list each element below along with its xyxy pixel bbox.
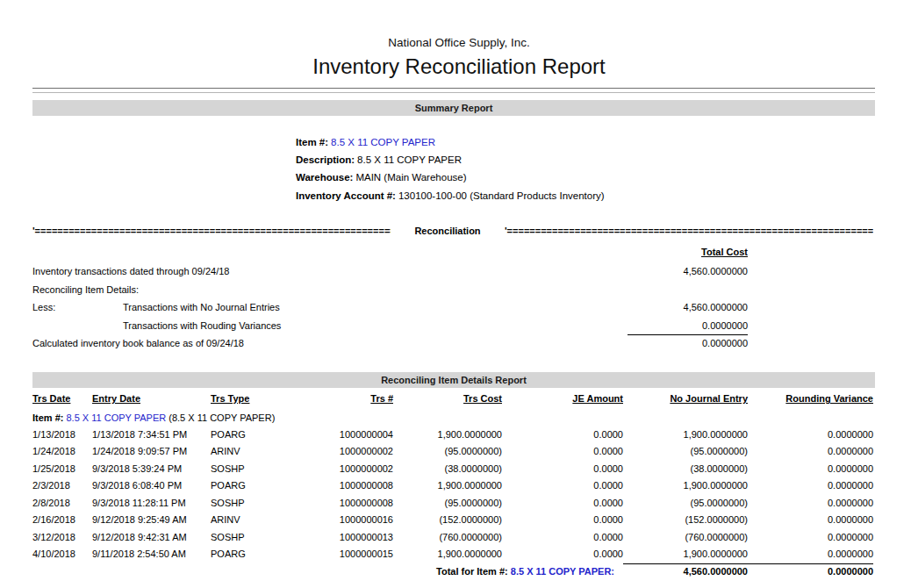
total-item-link[interactable]: 8.5 X 11 COPY PAPER:: [511, 566, 614, 577]
table-cell: POARG: [211, 480, 290, 491]
table-cell: 0.0000: [502, 446, 623, 457]
table-cell: 9/12/2018 9:42:31 AM: [92, 532, 211, 543]
table-cell: 1/13/2018: [32, 429, 92, 441]
row-value: 4,560.0000000: [684, 301, 748, 313]
table-cell: 9/3/2018 5:39:24 PM: [92, 463, 211, 475]
table-cell: 0.0000000: [748, 549, 873, 560]
table-cell: 1,900.0000000: [393, 549, 502, 560]
table-cell: 1,900.0000000: [393, 429, 502, 441]
table-cell: SOSHP: [211, 532, 290, 543]
table-cell: (38.0000000): [393, 463, 502, 475]
table-cell: 0.0000000: [748, 463, 873, 475]
summary-report-bar: Summary Report: [32, 100, 875, 116]
table-cell: 4/10/2018: [32, 549, 92, 560]
table-cell: 0.0000000: [748, 446, 873, 457]
divider-rule-left: '=======================================…: [32, 226, 391, 237]
table-cell: 0.0000000: [748, 532, 873, 543]
table-cell: 1000000002: [290, 446, 393, 457]
table-cell: 0.0000: [502, 514, 623, 526]
table-cell: 0.0000: [502, 429, 623, 441]
column-header: Entry Date: [92, 393, 211, 405]
table-cell: 2/3/2018: [32, 480, 92, 491]
table-cell: 1/24/2018 9:09:57 PM: [92, 446, 211, 457]
field-label: Item #:: [296, 137, 328, 147]
table-cell: (95.0000000): [393, 498, 502, 509]
item-link[interactable]: 8.5 X 11 COPY PAPER: [331, 137, 435, 147]
total-label: Total for Item #: 8.5 X 11 COPY PAPER:: [32, 566, 623, 577]
table-cell: 1000000008: [290, 480, 393, 491]
reconciliation-row: Reconciling Item Details:: [32, 281, 748, 299]
title-divider: [32, 88, 875, 93]
field-row: Inventory Account #:130100-100-00 (Stand…: [296, 187, 605, 204]
report-page: National Office Supply, Inc. Inventory R…: [0, 0, 918, 588]
reconciliation-row: Transactions with Rouding Variances0.000…: [32, 317, 748, 335]
table-cell: 1/25/2018: [32, 463, 92, 475]
table-cell: 0.0000000: [748, 514, 873, 526]
row-label: Reconciling Item Details:: [32, 283, 139, 296]
table-row: 1/24/20181/24/2018 9:09:57 PMARINV100000…: [32, 443, 873, 460]
table-cell: (760.0000000): [623, 532, 748, 543]
table-row: 3/12/20189/12/2018 9:42:31 AMSOSHP100000…: [32, 529, 873, 546]
table-cell: 1000000002: [290, 463, 393, 475]
row-label: Transactions with Rouding Variances: [123, 319, 281, 332]
table-row: 2/8/20189/3/2018 11:28:11 PMSOSHP1000000…: [32, 495, 873, 512]
table-cell: 1,900.0000000: [393, 480, 502, 491]
total-row: Total for Item #: 8.5 X 11 COPY PAPER: 4…: [32, 563, 873, 581]
row-value: 4,560.0000000: [684, 265, 748, 277]
table-cell: 1,900.0000000: [623, 480, 748, 491]
table-cell: 9/3/2018 11:28:11 PM: [92, 498, 211, 509]
table-cell: 0.0000: [502, 463, 623, 475]
table-cell: 1/24/2018: [32, 446, 92, 457]
table-cell: ARINV: [211, 446, 290, 457]
field-label: Description:: [296, 154, 355, 165]
column-header: No Journal Entry: [623, 393, 748, 405]
table-row: 2/16/20189/12/2018 9:25:49 AMARINV100000…: [32, 512, 873, 528]
total-label-prefix: Total for Item #:: [436, 566, 508, 577]
row-label: Calculated inventory book balance as of …: [32, 337, 244, 349]
table-cell: 1000000016: [290, 514, 393, 526]
reconciliation-divider: '=======================================…: [32, 226, 873, 237]
total-value-no-journal-entry: 4,560.0000000: [623, 563, 748, 577]
table-cell: ARINV: [211, 514, 290, 526]
field-value: 130100-100-00 (Standard Products Invento…: [398, 190, 605, 201]
table-cell: (152.0000000): [623, 514, 748, 526]
company-name: National Office Supply, Inc.: [0, 36, 918, 49]
table-cell: 0.0000000: [748, 429, 873, 441]
table-cell: 2/16/2018: [32, 514, 92, 526]
table-cell: 1000000015: [290, 549, 393, 560]
table-cell: SOSHP: [211, 463, 290, 475]
table-cell: 1000000013: [290, 532, 393, 543]
table-row: 4/10/20189/11/2018 2:54:50 AMPOARG100000…: [32, 546, 873, 563]
report-title: Inventory Reconciliation Report: [0, 54, 918, 79]
item-link[interactable]: 8.5 X 11 COPY PAPER: [66, 412, 166, 423]
row-value: 0.0000000: [628, 334, 748, 349]
table-cell: 1000000004: [290, 429, 393, 441]
field-row: Warehouse:MAIN (Main Warehouse): [296, 169, 605, 186]
reconciliation-row: Calculated inventory book balance as of …: [32, 334, 748, 353]
table-row: 1/25/20189/3/2018 5:39:24 PMSOSHP1000000…: [32, 461, 873, 477]
table-cell: (95.0000000): [623, 446, 748, 457]
table-cell: (152.0000000): [393, 514, 502, 526]
field-row: Item #:8.5 X 11 COPY PAPER: [296, 133, 605, 151]
table-cell: POARG: [211, 549, 290, 560]
table-row: 1/13/20181/13/2018 7:34:51 PMPOARG100000…: [32, 427, 873, 443]
column-header: JE Amount: [502, 393, 623, 405]
column-header: Trs Cost: [393, 393, 502, 405]
row-label: Inventory transactions dated through 09/…: [32, 265, 229, 277]
total-value-rounding-variance: 0.0000000: [748, 563, 873, 577]
field-label: Inventory Account #:: [296, 190, 396, 201]
reconciliation-row: Inventory transactions dated through 09/…: [32, 262, 748, 281]
details-rows: 1/13/20181/13/2018 7:34:51 PMPOARG100000…: [32, 427, 873, 563]
table-cell: (38.0000000): [623, 463, 748, 475]
table-row: 2/3/20189/3/2018 6:08:40 PMPOARG10000000…: [32, 477, 873, 494]
details-table: Trs DateEntry DateTrs TypeTrs #Trs CostJ…: [32, 391, 873, 581]
table-cell: 1,900.0000000: [623, 549, 748, 560]
reconciliation-label: Reconciliation: [391, 226, 505, 237]
row-value: 0.0000000: [702, 319, 748, 332]
table-cell: (760.0000000): [393, 532, 502, 543]
column-header: Rounding Variance: [748, 393, 873, 405]
summary-fields: Item #:8.5 X 11 COPY PAPERDescription:8.…: [296, 133, 605, 204]
field-value: MAIN (Main Warehouse): [355, 172, 466, 183]
table-cell: POARG: [211, 429, 290, 441]
total-cost-header: Total Cost: [32, 247, 748, 257]
